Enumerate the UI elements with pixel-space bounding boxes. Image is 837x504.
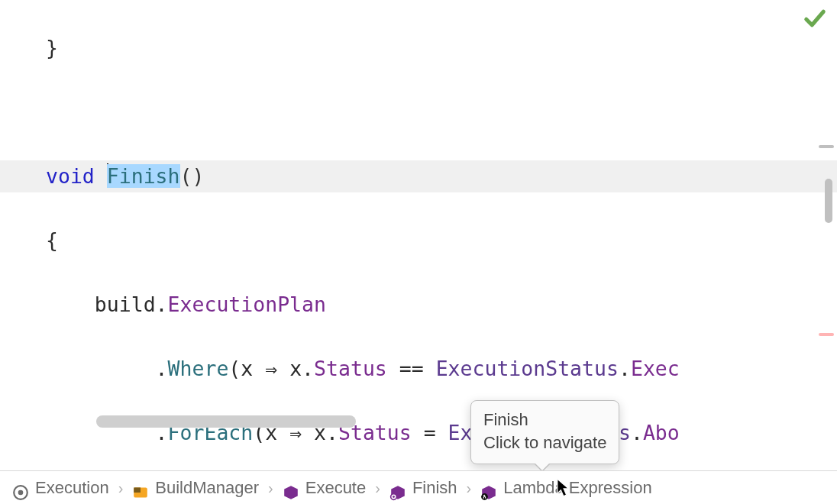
code-line[interactable]: }: [46, 32, 837, 64]
class-icon: [132, 480, 149, 496]
horizontal-scrollbar-thumb[interactable]: [96, 415, 356, 428]
brace: }: [46, 36, 58, 60]
svg-point-6: [481, 493, 488, 500]
mouse-cursor-icon: [557, 478, 570, 498]
svg-point-1: [18, 489, 24, 495]
breadcrumb-item[interactable]: Finish: [385, 470, 462, 505]
code-line[interactable]: {: [46, 225, 837, 257]
lambda-icon: [480, 480, 497, 496]
chevron-right-icon: ›: [467, 472, 472, 504]
svg-point-5: [393, 496, 395, 498]
breadcrumb-item[interactable]: Execution: [8, 470, 114, 505]
chevron-right-icon: ›: [118, 472, 124, 504]
interface-icon: [12, 480, 29, 496]
breadcrumb-label: Execution: [35, 472, 109, 504]
breadcrumb-label: Execute: [305, 472, 367, 504]
svg-rect-3: [134, 487, 141, 493]
vertical-scrollbar-thumb[interactable]: [825, 179, 832, 223]
method-icon: [389, 480, 406, 496]
stripe-mark[interactable]: [819, 333, 834, 336]
breadcrumb-item[interactable]: BuildManager: [128, 470, 263, 505]
code-line[interactable]: build.ExecutionPlan: [46, 289, 837, 321]
keyword: void: [46, 164, 95, 188]
code-line-current[interactable]: void Finish(): [0, 160, 837, 192]
method-icon: [283, 480, 299, 496]
code-line[interactable]: .Where(x ⇒ x.Status == ExecutionStatus.E…: [46, 353, 837, 385]
stripe-mark[interactable]: [819, 145, 834, 148]
inspections-ok-icon[interactable]: [803, 5, 826, 37]
breadcrumb-label: Finish: [412, 472, 457, 504]
code-editor[interactable]: } void Finish() { build.ExecutionPlan .W…: [0, 0, 837, 470]
breadcrumb-item[interactable]: Execute: [278, 470, 371, 505]
chevron-right-icon: ›: [375, 472, 380, 504]
code-line[interactable]: [46, 96, 837, 128]
breadcrumb-bar: Execution › BuildManager › Execute › Fin…: [0, 470, 837, 504]
breadcrumb-label: BuildManager: [155, 472, 259, 504]
tooltip-hint: Click to navigate: [483, 431, 606, 454]
breadcrumb-tooltip: Finish Click to navigate: [470, 400, 619, 464]
tooltip-title: Finish: [483, 409, 606, 431]
breadcrumb-label: Lambda Expression: [503, 472, 651, 504]
chevron-right-icon: ›: [268, 472, 273, 504]
method-name: Finish: [107, 164, 180, 188]
